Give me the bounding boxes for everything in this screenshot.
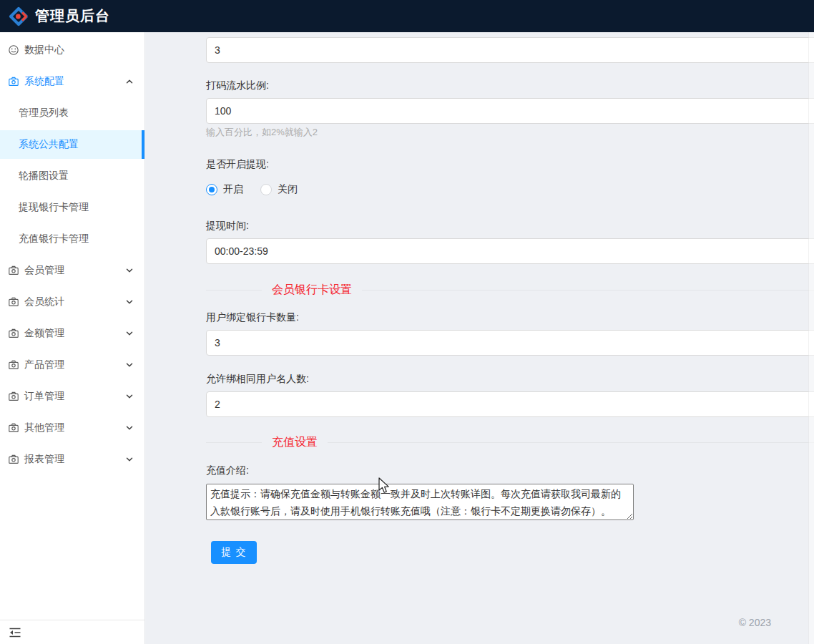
app-header: 管理员后台 [0,0,814,32]
sidebar-item-label: 产品管理 [24,358,64,371]
withdraw-toggle-label: 是否开启提现: [206,159,814,170]
camera-icon [9,77,19,87]
radio-on[interactable] [206,184,217,195]
section-title-recharge: 充值设置 [262,435,328,450]
section-divider-recharge: 充值设置 [206,434,814,450]
bind-count-label: 用户绑定银行卡数量: [206,312,814,323]
sidebar-subitem-recharge-bankcard[interactable]: 充值银行卡管理 [0,225,144,253]
sidebar-item-system-config[interactable]: 系统配置 [0,67,144,96]
chevron-down-icon [126,330,133,337]
same-name-input[interactable] [206,391,814,417]
sidebar-item-label: 其他管理 [24,421,64,434]
camera-icon [9,391,19,401]
chevron-down-icon [126,361,133,369]
recharge-intro-label: 充值介绍: [206,465,814,476]
system-config-form: 打码流水比例: 输入百分比，如2%就输入2 是否开启提现: 开启 关闭 提现时间… [146,32,814,564]
camera-icon [9,454,19,464]
withdraw-time-label: 提现时间: [206,220,814,231]
camera-icon [9,423,19,433]
same-name-label: 允许绑相同用户名人数: [206,374,814,384]
sidebar-item-label: 数据中心 [24,44,64,57]
chevron-up-icon [126,78,133,85]
chevron-down-icon [126,267,133,274]
radio-off[interactable] [260,184,272,195]
sidebar-subitem-system-public-config[interactable]: 系统公共配置 [0,130,144,159]
page-title: 管理员后台 [35,6,110,26]
sidebar-subitem-admin-list[interactable]: 管理员列表 [0,99,144,127]
submit-button[interactable]: 提 交 [211,541,257,564]
chevron-down-icon [126,424,133,431]
sidebar-subitem-label: 轮播图设置 [19,170,69,182]
sidebar-subitem-label: 充值银行卡管理 [19,233,89,245]
top-number-input[interactable] [206,37,814,63]
sidebar: 数据中心 系统配置 管理员列表 系统公共配置 轮播图设置 提 [0,32,145,644]
sidebar-item-label: 订单管理 [24,390,64,403]
radio-off-label[interactable]: 关闭 [278,183,298,196]
vertical-scrollbar[interactable] [808,32,814,644]
sidebar-subitem-label: 系统公共配置 [19,138,79,151]
sidebar-item-label: 会员统计 [24,296,64,308]
camera-icon [9,265,19,275]
withdraw-time-input[interactable] [206,238,814,264]
chevron-down-icon [126,298,133,306]
sidebar-item-label: 系统配置 [24,75,64,88]
withdraw-toggle-group: 开启 关闭 [206,184,814,195]
sidebar-item-label: 会员管理 [24,264,64,277]
camera-icon [9,328,19,338]
section-divider-bankcard: 会员银行卡设置 [206,282,814,298]
section-title-bankcard: 会员银行卡设置 [262,283,362,298]
sidebar-item-report-management[interactable]: 报表管理 [0,445,144,474]
sidebar-item-member-management[interactable]: 会员管理 [0,256,144,285]
app-logo-icon [9,6,29,26]
camera-icon [9,297,19,307]
sidebar-subitem-carousel-settings[interactable]: 轮播图设置 [0,162,144,190]
sidebar-item-other-management[interactable]: 其他管理 [0,414,144,442]
recharge-intro-textarea[interactable]: 充值提示：请确保充值金额与转账金额一致并及时上次转账详图。每次充值请获取我司最新… [206,484,634,520]
dama-ratio-hint: 输入百分比，如2%就输入2 [206,127,814,137]
camera-icon [9,360,19,370]
chevron-down-icon [126,393,133,400]
sidebar-item-product-management[interactable]: 产品管理 [0,351,144,379]
main-content: 打码流水比例: 输入百分比，如2%就输入2 是否开启提现: 开启 关闭 提现时间… [146,32,814,644]
bind-count-input[interactable] [206,330,814,356]
menu-fold-icon[interactable] [9,626,21,639]
sidebar-item-label: 金额管理 [24,327,64,340]
dama-ratio-input[interactable] [206,98,814,124]
dama-ratio-label: 打码流水比例: [206,80,814,91]
sidebar-item-label: 报表管理 [24,453,64,466]
chevron-down-icon [126,456,133,463]
sidebar-item-member-statistics[interactable]: 会员统计 [0,288,144,316]
radio-on-label[interactable]: 开启 [223,183,243,196]
sidebar-footer [0,620,144,644]
sidebar-subitem-label: 提现银行卡管理 [19,201,89,214]
sidebar-item-data-center[interactable]: 数据中心 [0,36,144,64]
smile-icon [9,45,19,55]
sidebar-item-order-management[interactable]: 订单管理 [0,382,144,411]
copyright-text: © 2023 [739,617,771,628]
sidebar-subitem-label: 管理员列表 [19,107,69,119]
sidebar-menu: 数据中心 系统配置 管理员列表 系统公共配置 轮播图设置 提 [0,32,144,474]
sidebar-subitem-withdraw-bankcard[interactable]: 提现银行卡管理 [0,193,144,222]
sidebar-item-amount-management[interactable]: 金额管理 [0,319,144,348]
